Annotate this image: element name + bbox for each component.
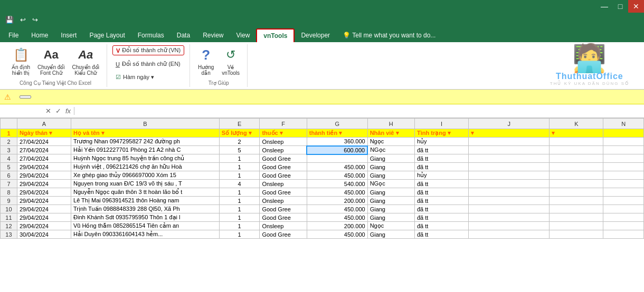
cell-h-12[interactable]: Ngọc	[367, 222, 414, 230]
cell-h-11[interactable]: Giang	[367, 213, 414, 222]
cell-f-8[interactable]: Good Gree	[260, 188, 307, 197]
cell-e-11[interactable]: 1	[219, 213, 260, 222]
cell-a-13[interactable]: 30/04/2024	[17, 230, 71, 239]
col-header-g[interactable]: G	[307, 119, 367, 129]
tab-data[interactable]: Data	[171, 28, 196, 42]
cell-i-11[interactable]: đã tt	[414, 213, 468, 222]
cell-a-11[interactable]: 29/04/2024	[17, 213, 71, 222]
cell-a-6[interactable]: 29/04/2024	[17, 171, 71, 180]
tab-home[interactable]: Home	[25, 28, 54, 42]
cell-j-13[interactable]	[469, 230, 550, 239]
cell-b-2[interactable]: Trương Nhan 0947295827 242 đường ph	[71, 138, 220, 146]
tab-view[interactable]: View	[230, 28, 257, 42]
cell-k-13[interactable]	[550, 230, 603, 239]
row-number-11[interactable]: 11	[1, 213, 17, 222]
tab-file[interactable]: File	[2, 28, 25, 42]
col-header-b[interactable]: B	[71, 119, 220, 129]
confirm-formula-icon[interactable]: ✓	[54, 107, 62, 115]
cell-k-11[interactable]	[550, 213, 603, 222]
cell-b-13[interactable]: Hải Duyên 0903361604143 hẻm...	[71, 230, 220, 239]
cell-n-11[interactable]	[603, 213, 644, 222]
cell-f-2[interactable]: Onsleep	[260, 138, 307, 146]
cell-h-5[interactable]: Giang	[367, 163, 414, 171]
col-header-f[interactable]: F	[260, 119, 307, 129]
col-header-e[interactable]: E	[219, 119, 260, 129]
cell-b-7[interactable]: Nguyen trong xuan Đ/C 19/3 võ thị sáu , …	[71, 180, 220, 188]
cell-f-13[interactable]: Good Gree	[260, 230, 307, 239]
cell-k-7[interactable]	[550, 180, 603, 188]
col-header-n[interactable]: N	[603, 119, 644, 129]
cell-n-6[interactable]	[603, 171, 644, 180]
row-number-6[interactable]: 6	[1, 171, 17, 180]
doi-so-vn-button[interactable]: V Đổi số thành chữ (VN)	[112, 45, 184, 55]
cell-j-8[interactable]	[469, 188, 550, 197]
cell-g-5[interactable]: 450.000	[307, 163, 367, 171]
col-header-h[interactable]: H	[367, 119, 414, 129]
header-cell-i[interactable]: Tình trạng ▾	[414, 129, 468, 138]
tab-developer[interactable]: Developer	[295, 28, 336, 42]
cell-k-10[interactable]	[550, 205, 603, 213]
cell-n-7[interactable]	[603, 180, 644, 188]
cell-e-7[interactable]: 4	[219, 180, 260, 188]
cell-g-3[interactable]: 600.000	[307, 146, 367, 154]
cell-n-12[interactable]	[603, 222, 644, 230]
huong-dan-button[interactable]: ? Hướngdẫn	[195, 45, 216, 77]
header-cell-k[interactable]: ▾	[550, 129, 603, 138]
row-number-7[interactable]: 7	[1, 180, 17, 188]
header-cell-f[interactable]: thuốc ▾	[260, 129, 307, 138]
cell-e-5[interactable]: 1	[219, 163, 260, 171]
cell-i-3[interactable]: đã tt	[414, 146, 468, 154]
cell-k-4[interactable]	[550, 154, 603, 163]
cell-i-10[interactable]: đã tt	[414, 205, 468, 213]
cell-a-10[interactable]: 29/04/2024	[17, 205, 71, 213]
cell-f-11[interactable]: Good Gree	[260, 213, 307, 222]
cell-a-12[interactable]: 29/04/2024	[17, 222, 71, 230]
cell-i-8[interactable]: đã tt	[414, 188, 468, 197]
tab-insert[interactable]: Insert	[54, 28, 83, 42]
cell-g-6[interactable]: 450.000	[307, 171, 367, 180]
tab-vntools[interactable]: vnTools	[256, 28, 295, 42]
chuyen-doi-font-chu-button[interactable]: Aa Chuyển đổiFont Chữ	[35, 45, 67, 77]
cell-k-6[interactable]	[550, 171, 603, 180]
cell-f-5[interactable]: Good Gree	[260, 163, 307, 171]
cell-f-12[interactable]: Onsleep	[260, 222, 307, 230]
row-number-10[interactable]: 10	[1, 205, 17, 213]
cell-k-5[interactable]	[550, 163, 603, 171]
redo-button[interactable]: ↪	[30, 15, 40, 25]
cell-g-11[interactable]: 450.000	[307, 213, 367, 222]
cell-j-12[interactable]	[469, 222, 550, 230]
cell-j-10[interactable]	[469, 205, 550, 213]
cell-a-4[interactable]: 27/04/2024	[17, 154, 71, 163]
cell-i-9[interactable]: đã tt	[414, 197, 468, 205]
cell-j-3[interactable]	[469, 146, 550, 154]
cell-f-3[interactable]: Onsleep	[260, 146, 307, 154]
cell-i-5[interactable]: đã tt	[414, 163, 468, 171]
cell-g-9[interactable]: 200.000	[307, 197, 367, 205]
cell-b-4[interactable]: Huỳnh Ngọc trung 85 huyện trần công chủ	[71, 154, 220, 163]
cell-f-4[interactable]: Good Gree	[260, 154, 307, 163]
cell-b-12[interactable]: Vũ Hồng thắm 0852865154 Tiên cảm an	[71, 222, 220, 230]
header-cell-e[interactable]: Số lượng ▾	[219, 129, 260, 138]
cell-i-7[interactable]: đã tt	[414, 180, 468, 188]
cell-h-3[interactable]: NGọc	[367, 146, 414, 154]
header-cell-j[interactable]: ▾	[469, 129, 550, 138]
cell-h-4[interactable]: Giang	[367, 154, 414, 163]
cell-e-8[interactable]: 1	[219, 188, 260, 197]
close-button[interactable]: ✕	[628, 0, 644, 13]
cell-n-3[interactable]	[603, 146, 644, 154]
cell-i-6[interactable]: hủy	[414, 171, 468, 180]
cell-f-10[interactable]: Good Gree	[260, 205, 307, 213]
save-button[interactable]: 💾	[3, 15, 16, 25]
cell-e-12[interactable]: 1	[219, 222, 260, 230]
ham-ngay-button[interactable]: ☑ Hàm ngày ▾	[112, 73, 157, 82]
cell-e-9[interactable]: 1	[219, 197, 260, 205]
cell-j-6[interactable]	[469, 171, 550, 180]
col-header-j[interactable]: J	[469, 119, 550, 129]
cell-j-11[interactable]	[469, 213, 550, 222]
cell-h-8[interactable]: Giang	[367, 188, 414, 197]
an-dinh-hien-thi-button[interactable]: 📋 Ấn địnhhiển thị	[10, 45, 32, 77]
row-number-8[interactable]: 8	[1, 188, 17, 197]
cell-g-13[interactable]: 450.000	[307, 230, 367, 239]
insert-function-icon[interactable]: fx	[64, 107, 72, 115]
header-cell-h[interactable]: Nhân viê ▾	[367, 129, 414, 138]
